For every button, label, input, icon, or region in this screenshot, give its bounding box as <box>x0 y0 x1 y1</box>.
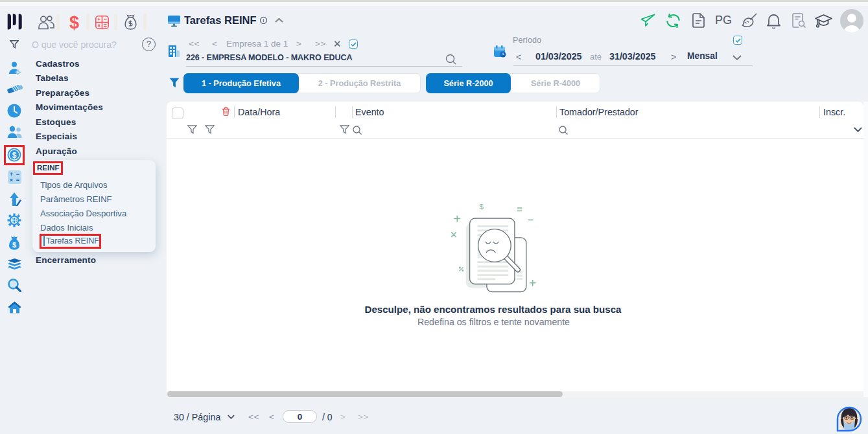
svg-text:$: $ <box>479 203 484 211</box>
svg-text:$: $ <box>12 151 17 160</box>
svg-text:−: − <box>16 171 19 177</box>
svg-text:×: × <box>10 177 13 183</box>
svg-text:$: $ <box>12 241 16 249</box>
svg-text:+: + <box>10 171 13 177</box>
svg-text:=: = <box>16 177 19 183</box>
